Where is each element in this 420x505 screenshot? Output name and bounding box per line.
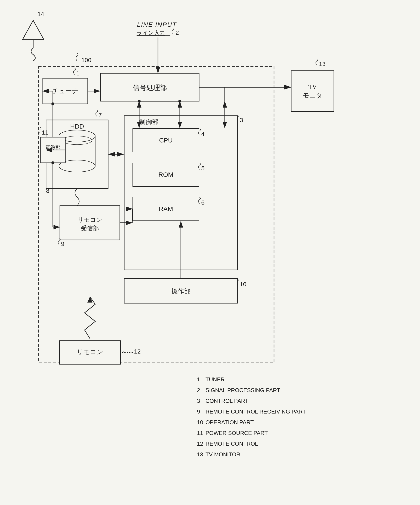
page: 14 100 LINE INPUT ライン入力 2 チューナ 1 <box>0 0 420 505</box>
